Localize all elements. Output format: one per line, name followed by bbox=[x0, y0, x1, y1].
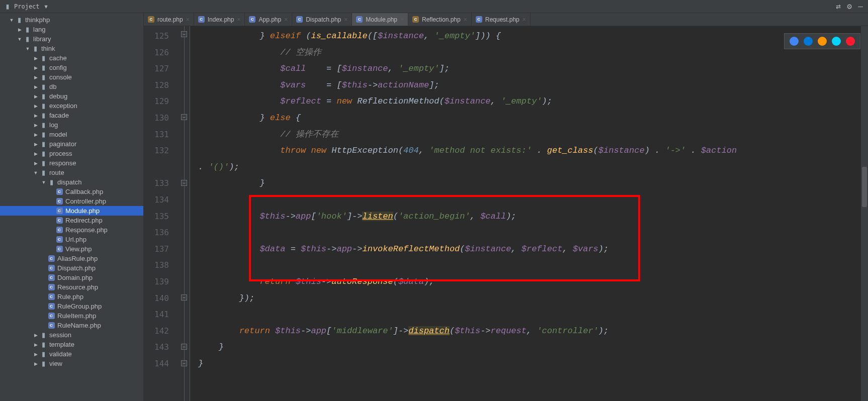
tree-item-dispatch-php[interactable]: CDispatch.php bbox=[0, 263, 143, 273]
fold-gutter[interactable]: − − − − − − bbox=[180, 26, 190, 401]
code-line[interactable]: $reflect = new ReflectionMethod($instanc… bbox=[198, 93, 868, 110]
tree-item-dispatch[interactable]: ▮dispatch bbox=[0, 177, 143, 187]
code-line[interactable]: . '()'); bbox=[198, 159, 868, 176]
code-line[interactable]: $vars = [$this->actionName]; bbox=[198, 77, 868, 94]
tree-item-aliasrule-php[interactable]: CAliasRule.php bbox=[0, 254, 143, 263]
tree-item-console[interactable]: ▮console bbox=[0, 72, 143, 82]
code-line[interactable] bbox=[198, 225, 868, 241]
tree-arrow-icon[interactable] bbox=[16, 27, 23, 32]
close-icon[interactable]: × bbox=[186, 16, 190, 23]
tree-item-rulename-php[interactable]: CRuleName.php bbox=[0, 321, 143, 330]
tree-item-session[interactable]: ▮session bbox=[0, 330, 143, 340]
project-sidebar[interactable]: ▮thinkphp▮lang▮library▮think▮cache▮confi… bbox=[0, 13, 144, 401]
tree-item-lang[interactable]: ▮lang bbox=[0, 25, 143, 34]
tree-arrow-icon[interactable] bbox=[32, 142, 39, 147]
tree-arrow-icon[interactable] bbox=[24, 46, 31, 51]
tree-item-rule-php[interactable]: CRule.php bbox=[0, 292, 143, 302]
minimize-icon[interactable]: — bbox=[857, 3, 864, 10]
code-line[interactable]: // 操作不存在 bbox=[198, 127, 868, 143]
close-icon[interactable]: × bbox=[237, 16, 240, 23]
project-label[interactable]: Project bbox=[14, 3, 40, 10]
code-line[interactable] bbox=[198, 257, 868, 274]
close-icon[interactable]: × bbox=[344, 16, 348, 23]
tree-arrow-icon[interactable] bbox=[32, 170, 39, 175]
fold-marker-icon[interactable]: − bbox=[181, 31, 187, 37]
opera-icon[interactable] bbox=[846, 37, 855, 46]
code-line[interactable]: } elseif (is_callable([$instance, '_empt… bbox=[198, 28, 868, 45]
tree-item-ruleitem-php[interactable]: CRuleItem.php bbox=[0, 311, 143, 321]
fold-marker-icon[interactable]: − bbox=[181, 180, 187, 186]
tree-arrow-icon[interactable] bbox=[32, 84, 39, 89]
chrome-icon[interactable] bbox=[790, 37, 799, 46]
tab-dispatch-php[interactable]: CDispatch.php× bbox=[292, 13, 352, 26]
code-line[interactable]: $this->app['hook']->listen('action_begin… bbox=[198, 209, 868, 225]
tab-index-php[interactable]: CIndex.php× bbox=[194, 13, 245, 26]
code-line[interactable]: return $this->autoResponse($data); bbox=[198, 274, 868, 290]
tree-item-domain-php[interactable]: CDomain.php bbox=[0, 273, 143, 282]
close-icon[interactable]: × bbox=[523, 16, 526, 23]
tree-item-response-php[interactable]: CResponse.php bbox=[0, 225, 143, 235]
tree-arrow-icon[interactable] bbox=[32, 123, 39, 128]
code-editor[interactable]: } elseif (is_callable([$instance, '_empt… bbox=[190, 26, 868, 401]
tree-arrow-icon[interactable] bbox=[32, 333, 39, 338]
tree-item-view[interactable]: ▮view bbox=[0, 359, 143, 368]
tree-item-callback-php[interactable]: CCallback.php bbox=[0, 187, 143, 196]
code-line[interactable]: }); bbox=[198, 290, 868, 307]
tree-item-think[interactable]: ▮think bbox=[0, 44, 143, 53]
tree-item-template[interactable]: ▮template bbox=[0, 340, 143, 349]
safari-icon[interactable] bbox=[832, 37, 841, 46]
tab-route-php[interactable]: Croute.php× bbox=[144, 13, 194, 26]
tree-item-debug[interactable]: ▮debug bbox=[0, 91, 143, 101]
tree-item-cache[interactable]: ▮cache bbox=[0, 53, 143, 63]
tree-item-validate[interactable]: ▮validate bbox=[0, 349, 143, 359]
code-line[interactable]: $call = [$instance, '_empty']; bbox=[198, 61, 868, 77]
gear-icon[interactable]: ⚙ bbox=[846, 3, 853, 10]
code-line[interactable]: } bbox=[198, 175, 868, 192]
code-line[interactable]: } bbox=[198, 339, 868, 356]
code-line[interactable]: } bbox=[198, 356, 868, 372]
code-line[interactable] bbox=[198, 307, 868, 323]
scrollbar-thumb[interactable] bbox=[862, 167, 867, 207]
tree-arrow-icon[interactable] bbox=[32, 113, 39, 118]
dropdown-arrow-icon[interactable]: ▾ bbox=[43, 3, 50, 10]
tree-item-view-php[interactable]: CView.php bbox=[0, 244, 143, 254]
tree-item-controller-php[interactable]: CController.php bbox=[0, 196, 143, 206]
code-line[interactable]: } else { bbox=[198, 110, 868, 127]
tree-arrow-icon[interactable] bbox=[32, 132, 39, 137]
fold-marker-icon[interactable]: − bbox=[181, 344, 187, 350]
tree-item-thinkphp[interactable]: ▮thinkphp bbox=[0, 15, 143, 25]
tree-item-paginator[interactable]: ▮paginator bbox=[0, 139, 143, 149]
tree-arrow-icon[interactable] bbox=[32, 151, 39, 156]
code-line[interactable] bbox=[198, 192, 868, 209]
tree-arrow-icon[interactable] bbox=[32, 65, 39, 70]
tree-arrow-icon[interactable] bbox=[32, 56, 39, 61]
tree-item-process[interactable]: ▮process bbox=[0, 149, 143, 158]
tree-item-module-php[interactable]: CModule.php bbox=[0, 206, 143, 216]
tab-module-php[interactable]: CModule.php× bbox=[352, 13, 408, 26]
tree-item-url-php[interactable]: CUrl.php bbox=[0, 235, 143, 244]
tree-arrow-icon[interactable] bbox=[32, 94, 39, 99]
firefox-icon[interactable] bbox=[818, 37, 827, 46]
close-icon[interactable]: × bbox=[284, 16, 288, 23]
fold-marker-icon[interactable]: − bbox=[181, 360, 187, 366]
tree-arrow-icon[interactable] bbox=[32, 342, 39, 347]
tree-arrow-icon[interactable] bbox=[32, 161, 39, 166]
tree-arrow-icon[interactable] bbox=[16, 37, 23, 42]
code-line[interactable]: return $this->app['middleware']->dispatc… bbox=[198, 323, 868, 340]
tree-arrow-icon[interactable] bbox=[32, 352, 39, 357]
tree-arrow-icon[interactable] bbox=[40, 180, 47, 185]
settings-icon[interactable]: ⇄ bbox=[835, 3, 842, 10]
tree-item-resource-php[interactable]: CResource.php bbox=[0, 282, 143, 292]
close-icon[interactable]: × bbox=[400, 16, 404, 23]
tree-item-db[interactable]: ▮db bbox=[0, 82, 143, 91]
fold-marker-icon[interactable]: − bbox=[181, 114, 187, 120]
scrollbar-track[interactable] bbox=[861, 26, 868, 401]
tree-item-exception[interactable]: ▮exception bbox=[0, 101, 143, 111]
fold-marker-icon[interactable]: − bbox=[181, 294, 187, 300]
code-line[interactable]: // 空操作 bbox=[198, 45, 868, 61]
tree-item-redirect-php[interactable]: CRedirect.php bbox=[0, 216, 143, 225]
tree-item-facade[interactable]: ▮facade bbox=[0, 111, 143, 120]
tree-item-config[interactable]: ▮config bbox=[0, 63, 143, 72]
tree-item-rulegroup-php[interactable]: CRuleGroup.php bbox=[0, 302, 143, 311]
tree-item-library[interactable]: ▮library bbox=[0, 34, 143, 44]
